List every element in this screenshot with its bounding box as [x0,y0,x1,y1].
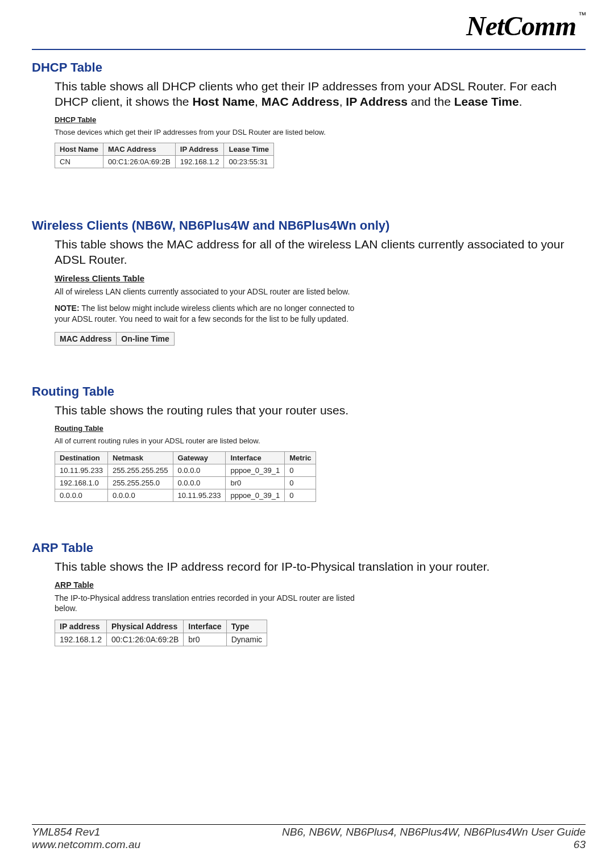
text: , [339,95,346,108]
col-physical-address: Physical Address [106,620,183,633]
table-header-row: Destination Netmask Gateway Interface Me… [55,452,316,464]
footer-page-number: 63 [282,838,586,851]
text: and the [408,95,454,108]
cell: Dynamic [226,633,267,646]
col-mac-address: MAC Address [103,143,175,156]
col-lease-time: Lease Time [224,143,274,156]
routing-desc: This table shows the routing rules that … [55,402,586,418]
col-interface: Interface [226,452,285,464]
footer-rev: YML854 Rev1 [32,826,140,838]
cell: 00:C1:26:0A:69:2B [103,156,175,168]
dhcp-sub-title: DHCP Table [55,115,586,124]
wireless-desc: This table shows the MAC address for all… [55,236,586,268]
routing-sub-title: Routing Table [55,424,586,433]
cell: 0 [285,464,316,477]
text: Lease Time [454,95,519,108]
cell: CN [55,156,103,168]
note-text: The list below might include wireless cl… [55,304,354,323]
table-row: 0.0.0.0 0.0.0.0 10.11.95.233 pppoe_0_39_… [55,489,316,502]
cell: 0.0.0.0 [173,464,226,477]
table-header-row: Host Name MAC Address IP Address Lease T… [55,143,274,156]
col-host-name: Host Name [55,143,103,156]
col-type: Type [226,620,267,633]
dhcp-heading: DHCP Table [32,60,586,75]
col-destination: Destination [55,452,108,464]
col-metric: Metric [285,452,316,464]
arp-table: IP address Physical Address Interface Ty… [55,620,267,646]
cell: pppoe_0_39_1 [226,464,285,477]
table-row: 192.168.1.0 255.255.255.0 0.0.0.0 br0 0 [55,477,316,489]
brand-logo: NetComm™ [466,10,586,41]
arp-heading: ARP Table [32,541,586,555]
routing-heading: Routing Table [32,384,586,399]
arp-desc: This table shows the IP address record f… [55,559,586,574]
wireless-note: NOTE: The list below might include wirel… [55,303,356,325]
text: Host Name [192,95,255,108]
dhcp-table: Host Name MAC Address IP Address Lease T… [55,143,274,168]
text: IP Address [346,95,408,108]
brand-tm: ™ [578,10,586,19]
text: , [255,95,262,108]
dhcp-desc: This table shows all DHCP clients who ge… [55,78,586,110]
cell: 192.168.1.2 [55,633,107,646]
cell: 0.0.0.0 [173,477,226,489]
col-gateway: Gateway [173,452,226,464]
header-rule [32,49,586,50]
table-header-row: IP address Physical Address Interface Ty… [55,620,267,633]
col-online-time: On-line Time [117,333,175,346]
col-mac-address: MAC Address [55,333,117,346]
footer-url: www.netcomm.com.au [32,838,140,851]
cell: 192.168.1.2 [175,156,224,168]
cell: 10.11.95.233 [173,489,226,502]
routing-sub-text: All of current routing rules in your ADS… [55,436,373,446]
note-label: NOTE: [55,304,80,313]
dhcp-sub-text: Those devices which get their IP address… [55,127,373,138]
text: . [519,95,522,108]
cell: br0 [184,633,226,646]
table-header-row: MAC Address On-line Time [55,333,175,346]
table-row: CN 00:C1:26:0A:69:2B 192.168.1.2 00:23:5… [55,156,274,168]
col-interface: Interface [184,620,226,633]
footer-rule [32,824,586,825]
wireless-sub-text: All of wireless LAN clients currently as… [55,286,373,297]
wireless-sub-title: Wireless Clients Table [55,273,586,283]
cell: 0 [285,477,316,489]
arp-sub-title: ARP Table [55,580,586,589]
footer-guide-title: NB6, NB6W, NB6Plus4, NB6Plus4W, NB6Plus4… [282,826,586,838]
brand-name: NetComm [466,11,576,41]
page-footer: YML854 Rev1 www.netcomm.com.au NB6, NB6W… [32,824,586,851]
arp-sub-text: The IP-to-Physical address translation e… [55,593,373,614]
col-ip-address: IP Address [175,143,224,156]
cell: 10.11.95.233 [55,464,108,477]
col-netmask: Netmask [107,452,173,464]
routing-table: Destination Netmask Gateway Interface Me… [55,451,316,502]
cell: br0 [226,477,285,489]
wireless-heading: Wireless Clients (NB6W, NB6Plus4W and NB… [32,218,586,233]
table-row: 192.168.1.2 00:C1:26:0A:69:2B br0 Dynami… [55,633,267,646]
cell: 0.0.0.0 [107,489,173,502]
cell: 00:C1:26:0A:69:2B [106,633,183,646]
wireless-table: MAC Address On-line Time [55,332,175,346]
cell: 00:23:55:31 [224,156,274,168]
cell: pppoe_0_39_1 [226,489,285,502]
cell: 0.0.0.0 [55,489,108,502]
cell: 0 [285,489,316,502]
table-row: 10.11.95.233 255.255.255.255 0.0.0.0 ppp… [55,464,316,477]
col-ip-address: IP address [55,620,107,633]
text: MAC Address [262,95,339,108]
cell: 255.255.255.0 [107,477,173,489]
cell: 255.255.255.255 [107,464,173,477]
cell: 192.168.1.0 [55,477,108,489]
